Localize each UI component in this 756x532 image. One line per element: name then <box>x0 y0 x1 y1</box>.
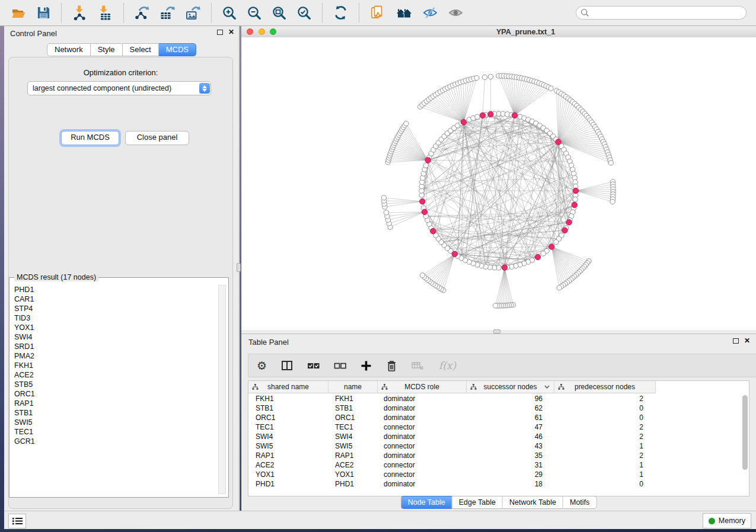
table-cell[interactable]: dominator <box>377 451 465 460</box>
table-cell[interactable]: 2 <box>552 432 653 441</box>
mcds-hub-node[interactable] <box>430 228 436 233</box>
share-document-button[interactable] <box>369 5 385 21</box>
mcds-result-item[interactable]: STB5 <box>14 380 216 389</box>
show-all-button[interactable] <box>448 5 464 21</box>
network-leaf-node[interactable] <box>493 303 497 308</box>
table-cell[interactable]: YOX1 <box>248 470 328 479</box>
table-tab-edge-table[interactable]: Edge Table <box>452 496 503 509</box>
deselect-all-icon[interactable] <box>334 361 346 370</box>
table-row[interactable]: PHD1PHD1dominator180 <box>248 479 749 489</box>
mcds-hub-node[interactable] <box>420 198 425 204</box>
table-cell[interactable]: FKH1 <box>248 394 328 403</box>
table-tab-motifs[interactable]: Motifs <box>563 496 596 509</box>
table-cell[interactable]: SWI5 <box>328 441 377 451</box>
table-cell[interactable]: YOX1 <box>328 470 377 479</box>
mcds-result-item[interactable]: ACE2 <box>14 370 216 380</box>
mcds-result-item[interactable]: TEC1 <box>14 427 216 437</box>
network-node[interactable] <box>475 114 480 119</box>
mcds-hub-node[interactable] <box>566 220 572 225</box>
table-cell[interactable]: 1 <box>552 441 653 451</box>
table-cell[interactable]: 0 <box>552 413 653 422</box>
network-leaf-node[interactable] <box>474 75 479 80</box>
network-leaf-node[interactable] <box>488 74 493 79</box>
table-row[interactable]: TEC1TEC1connector472 <box>248 422 749 432</box>
table-cell[interactable]: 2 <box>552 451 653 460</box>
table-cell[interactable]: 35 <box>465 451 552 460</box>
mcds-hub-node[interactable] <box>422 209 427 214</box>
table-cell[interactable]: 0 <box>552 403 653 413</box>
import-network-button[interactable] <box>72 5 88 21</box>
select-all-icon[interactable] <box>307 361 320 370</box>
mcds-result-item[interactable]: PMA2 <box>14 351 216 361</box>
mcds-hub-node[interactable] <box>572 202 577 207</box>
table-cell[interactable]: 2 <box>552 422 653 432</box>
table-cell[interactable]: 47 <box>465 422 552 432</box>
table-row[interactable]: SWI5SWI5connector431 <box>248 441 749 451</box>
table-tab-node-table[interactable]: Node Table <box>401 496 452 509</box>
table-cell[interactable]: ACE2 <box>248 460 328 470</box>
mcds-result-item[interactable]: STP4 <box>14 304 216 313</box>
table-cell[interactable]: dominator <box>377 394 465 403</box>
network-leaf-node[interactable] <box>557 286 562 290</box>
network-leaf-node[interactable] <box>610 199 615 204</box>
table-cell[interactable]: 31 <box>465 460 552 470</box>
table-tab-network-table[interactable]: Network Table <box>503 496 563 509</box>
network-leaf-node[interactable] <box>548 86 553 91</box>
mcds-hub-node[interactable] <box>512 113 517 118</box>
table-cell[interactable]: connector <box>377 470 465 479</box>
network-leaf-node[interactable] <box>381 196 386 200</box>
table-row[interactable]: ACE2ACE2connector311 <box>248 460 749 470</box>
float-panel-icon[interactable] <box>733 338 739 344</box>
table-row[interactable]: ORC1ORC1dominator610 <box>248 413 749 422</box>
control-tab-style[interactable]: Style <box>91 43 123 56</box>
criterion-select[interactable]: largest connected component (undirected) <box>27 81 211 95</box>
table-cell[interactable]: dominator <box>377 413 465 422</box>
close-panel-icon[interactable]: ✕ <box>744 338 750 344</box>
import-table-button[interactable] <box>97 5 113 21</box>
table-row[interactable]: SWI4SWI4dominator462 <box>248 432 749 441</box>
maximize-window-traffic-light[interactable] <box>270 28 276 35</box>
table-cell[interactable]: 18 <box>465 479 552 489</box>
home-button[interactable] <box>395 6 413 20</box>
zoom-in-button[interactable] <box>222 5 237 21</box>
column-header-predecessor-nodes[interactable]: predecessor nodes <box>554 381 656 393</box>
table-cell[interactable]: dominator <box>377 432 465 441</box>
mcds-result-item[interactable]: ORC1 <box>14 389 216 399</box>
table-cell[interactable]: RAP1 <box>248 451 328 460</box>
table-cell[interactable]: SWI4 <box>328 432 377 441</box>
mcds-result-item[interactable]: RAP1 <box>14 399 216 408</box>
table-cell[interactable]: SWI4 <box>248 432 328 441</box>
zoom-selected-button[interactable] <box>296 5 312 21</box>
mcds-hub-node[interactable] <box>480 113 485 118</box>
table-cell[interactable]: dominator <box>377 403 465 413</box>
mcds-result-item[interactable]: FKH1 <box>14 361 216 370</box>
table-cell[interactable]: ORC1 <box>248 413 328 422</box>
network-window-titlebar[interactable]: YPA_prune.txt_1 <box>241 26 756 38</box>
table-cell[interactable]: TEC1 <box>328 422 377 432</box>
table-cell[interactable]: 96 <box>465 394 552 403</box>
column-header-successor-nodes[interactable]: successor nodes <box>467 381 554 393</box>
table-row[interactable]: STB1STB1dominator620 <box>248 403 749 413</box>
hide-selected-button[interactable] <box>422 5 438 21</box>
table-cell[interactable]: PHD1 <box>328 479 377 489</box>
mcds-result-item[interactable]: TID3 <box>14 313 216 323</box>
sort-indicator-icon[interactable] <box>544 385 550 389</box>
network-node[interactable] <box>423 163 428 168</box>
show-panels-list-button[interactable] <box>8 514 26 528</box>
mcds-hub-node[interactable] <box>573 188 578 193</box>
mcds-result-item[interactable]: YOX1 <box>14 323 216 332</box>
table-cell[interactable]: 46 <box>465 432 552 441</box>
mcds-hub-node[interactable] <box>461 120 466 125</box>
mcds-result-list[interactable]: PHD1CAR1STP4TID3YOX1SWI4SRD1PMA2FKH1ACE2… <box>14 285 216 495</box>
mcds-result-item[interactable]: SWI4 <box>14 332 216 342</box>
table-cell[interactable]: 43 <box>465 441 552 451</box>
network-leaf-node[interactable] <box>420 273 425 278</box>
split-columns-icon[interactable] <box>281 360 293 371</box>
control-tab-network[interactable]: Network <box>47 43 91 56</box>
table-row[interactable]: RAP1RAP1dominator352 <box>248 451 749 460</box>
table-cell[interactable]: 1 <box>552 460 653 470</box>
mcds-hub-node[interactable] <box>502 265 507 270</box>
node-table[interactable]: shared namenameMCDS rolesuccessor nodesp… <box>248 380 749 496</box>
table-row[interactable]: FKH1FKH1dominator962 <box>248 394 749 403</box>
mcds-hub-node[interactable] <box>535 254 540 259</box>
